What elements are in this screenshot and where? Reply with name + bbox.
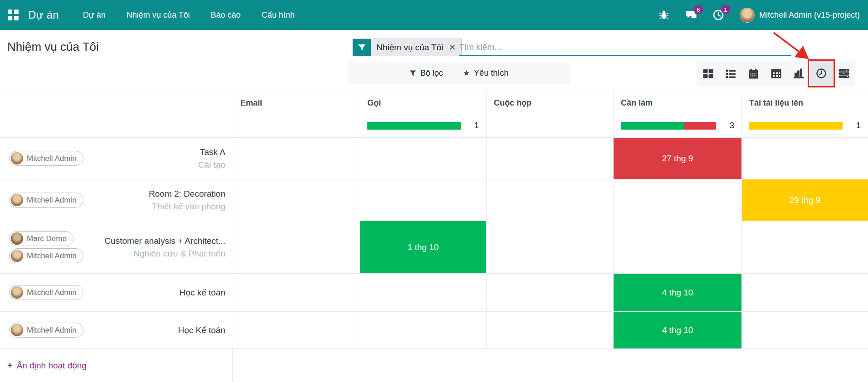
bar-chart-icon — [793, 68, 804, 79]
record-cell-room2[interactable]: Mitchell Admin Room 2: Decoration Thiết … — [0, 179, 233, 221]
activity-cell-empty — [360, 273, 486, 311]
avatar — [11, 194, 23, 206]
list-icon — [726, 68, 736, 79]
messages-button[interactable]: 6 — [685, 9, 697, 21]
view-button-list[interactable] — [719, 61, 742, 86]
progress-bar-can-lam[interactable] — [621, 122, 716, 130]
menu-item-nhiem-vu[interactable]: Nhiệm vụ của Tôi — [116, 0, 200, 30]
menu-item-cau-hinh[interactable]: Cấu hình — [251, 0, 305, 30]
activity-table: Email Gọi 1 Cuộc họp Cần làm 3 Tải tài l… — [0, 91, 868, 382]
task-title: Học Kế toán — [178, 324, 225, 337]
record-cell-task-a[interactable]: Mitchell Admin Task A Cải tạo — [0, 137, 233, 179]
project-subtitle: Nghiên cứu & Phát triển — [104, 247, 225, 260]
record-cell-hoc-ke-toan-1[interactable]: Mitchell Admin Học kế toán — [0, 273, 233, 311]
activity-cell-planned[interactable]: 4 thg 10 — [613, 273, 741, 311]
progress-bar-goi[interactable] — [367, 122, 461, 130]
column-header-can-lam: Cần làm 3 — [613, 91, 741, 137]
filters-button[interactable]: Bộ lọc — [410, 68, 443, 78]
task-title: Customer analysis + Architect... — [104, 235, 225, 247]
activity-cell-empty — [741, 137, 868, 179]
apps-menu-button[interactable] — [0, 0, 26, 30]
assignee-chip[interactable]: Mitchell Admin — [9, 285, 83, 300]
activity-cell-empty — [741, 311, 868, 348]
record-cell-hoc-ke-toan-2[interactable]: Mitchell Admin Học Kế toán — [0, 311, 233, 348]
activity-clock-icon — [816, 68, 827, 79]
app-name[interactable]: Dự án — [28, 9, 59, 21]
activity-cell-empty — [486, 273, 613, 311]
user-menu[interactable]: Mitchell Admin (v15-project) — [740, 8, 860, 23]
facet-label: Nhiệm vụ của Tôi — [371, 39, 448, 56]
activity-cell-empty — [360, 311, 486, 348]
activity-cell-today[interactable]: 29 thg 9 — [741, 179, 868, 221]
count-can-lam: 3 — [724, 121, 734, 131]
project-subtitle: Thiết kế văn phòng — [149, 200, 225, 213]
search-options-bar: Bộ lọc ★ Yêu thích — [348, 62, 570, 84]
control-panel: Nhiệm vụ của Tôi Nhiệm vụ của Tôi ✕ Bộ l… — [0, 30, 868, 91]
search-input[interactable] — [459, 39, 791, 56]
activity-cell-empty — [233, 221, 360, 273]
record-cell-customer-analysis[interactable]: Marc Demo Mitchell Admin Customer analys… — [0, 221, 233, 273]
avatar — [11, 286, 23, 299]
menu-item-du-an[interactable]: Dự án — [73, 0, 116, 30]
favorites-button[interactable]: ★ Yêu thích — [463, 68, 508, 78]
view-switcher — [697, 61, 855, 86]
activity-cell-empty — [741, 221, 868, 273]
activity-cell-overdue[interactable]: 27 thg 9 — [613, 137, 741, 179]
project-subtitle: Cải tạo — [198, 159, 225, 171]
activity-cell-empty — [486, 179, 613, 221]
view-button-pivot[interactable] — [765, 61, 787, 86]
activity-cell-empty — [233, 273, 360, 311]
assignee-chip[interactable]: Marc Demo — [9, 231, 73, 246]
activity-cell-empty — [233, 311, 360, 348]
search-facet: Nhiệm vụ của Tôi ✕ — [352, 39, 462, 56]
assignee-chip[interactable]: Mitchell Admin — [9, 248, 83, 263]
column-header-tai-tai-lieu: Tải tài liệu lên 1 — [741, 91, 868, 137]
avatar — [11, 232, 23, 245]
plus-icon: + — [7, 360, 13, 371]
activity-cell-planned[interactable]: 4 thg 10 — [613, 311, 741, 348]
view-button-calendar[interactable] — [742, 61, 765, 86]
activity-cell-empty — [360, 137, 486, 179]
kanban-icon — [703, 68, 713, 79]
debug-button[interactable] — [658, 9, 670, 21]
top-navbar: Dự án Dự án Nhiệm vụ của Tôi Báo cáo Cấu… — [0, 0, 868, 30]
activity-cell-empty — [360, 179, 486, 221]
activity-cell-empty — [613, 179, 741, 221]
activities-badge: 1 — [721, 5, 730, 14]
assignee-chip[interactable]: Mitchell Admin — [9, 193, 83, 208]
activity-cell-empty — [486, 311, 613, 348]
filter-funnel-icon — [353, 39, 371, 56]
column-header-email: Email — [233, 91, 360, 137]
activity-cell-empty — [613, 221, 741, 273]
user-avatar — [740, 8, 755, 23]
page-title: Nhiệm vụ của Tôi — [7, 40, 99, 54]
activity-cell-empty — [233, 137, 360, 179]
assignee-chip[interactable]: Mitchell Admin — [9, 323, 83, 338]
view-button-activity[interactable] — [810, 61, 833, 86]
assignee-chip[interactable]: Mitchell Admin — [9, 151, 83, 166]
bug-icon — [658, 10, 669, 20]
task-title: Task A — [198, 146, 225, 159]
activity-cell-planned[interactable]: 1 thg 10 — [360, 221, 486, 273]
user-name: Mitchell Admin (v15-project) — [759, 10, 860, 20]
messages-badge: 6 — [694, 5, 703, 14]
avatar — [11, 250, 23, 262]
activity-cell-empty — [486, 137, 613, 179]
apps-grid-icon — [8, 10, 19, 20]
gantt-tasks-icon — [839, 68, 849, 79]
star-icon: ★ — [463, 68, 470, 78]
view-button-graph[interactable] — [787, 61, 810, 86]
avatar — [11, 152, 23, 164]
pivot-table-icon — [771, 68, 781, 79]
activities-button[interactable]: 1 — [712, 9, 724, 21]
menu-item-bao-cao[interactable]: Báo cáo — [200, 0, 251, 30]
schedule-activity-button[interactable]: + Ấn định hoạt động — [7, 360, 87, 371]
column-header-goi: Gọi 1 — [360, 91, 486, 137]
schedule-activity-cell: + Ấn định hoạt động — [0, 348, 233, 382]
view-button-gantt[interactable] — [833, 61, 855, 86]
task-title: Room 2: Decoration — [149, 188, 225, 200]
view-button-kanban[interactable] — [697, 61, 719, 86]
progress-bar-tai-tai-lieu[interactable] — [749, 122, 843, 130]
column-header-record — [0, 91, 233, 137]
column-header-cuoc-hop: Cuộc họp — [486, 91, 613, 137]
